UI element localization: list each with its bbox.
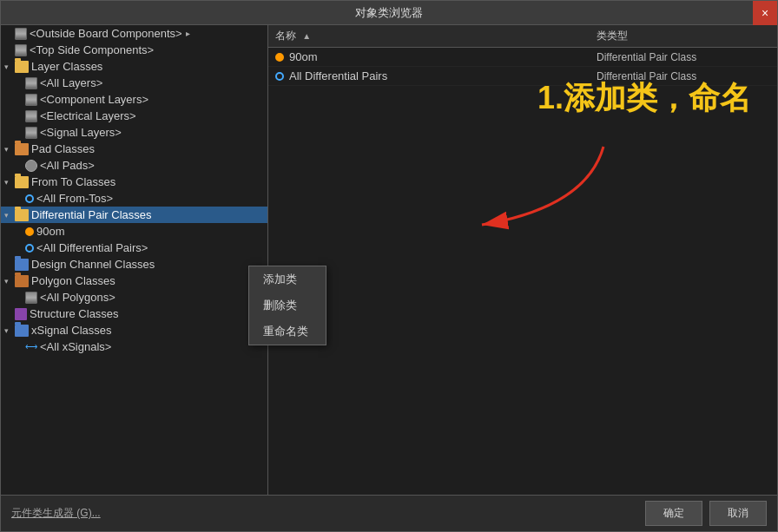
window-title: 对象类浏览器 <box>355 5 423 21</box>
expand-arrow: ▸ <box>186 29 190 38</box>
main-window: 对象类浏览器 × <Outside Board Components> ▸ <T… <box>0 0 778 532</box>
layer-icon-3 <box>25 77 37 89</box>
cancel-button[interactable]: 取消 <box>709 501 767 526</box>
tree-item-90om[interactable]: 90om <box>1 223 267 240</box>
type-cell-all-diff: Differential Pair Class <box>597 70 770 82</box>
right-rows: 90om Differential Pair Class All Differe… <box>268 48 777 495</box>
context-menu-delete[interactable]: 删除类 <box>249 292 326 319</box>
ok-button[interactable]: 确定 <box>645 501 702 526</box>
main-content: <Outside Board Components> ▸ <Top Side C… <box>1 25 777 495</box>
table-row[interactable]: 90om Differential Pair Class <box>268 48 777 67</box>
table-row[interactable]: All Differential Pairs Differential Pair… <box>268 67 777 86</box>
tree-item-top-side[interactable]: <Top Side Components> <box>1 42 267 58</box>
footer-link[interactable]: 元件类生成器 (G)... <box>11 506 101 521</box>
tree-item-all-fromtos[interactable]: <All From-Tos> <box>1 190 267 207</box>
collapse-arrow-pad: ▾ <box>4 145 13 154</box>
footer: 元件类生成器 (G)... 确定 取消 <box>1 495 777 531</box>
collapse-arrow-diff: ▾ <box>4 211 13 220</box>
dot-icon-90om <box>25 227 34 236</box>
context-menu-rename[interactable]: 重命名类 <box>249 319 326 345</box>
tree-item-all-diff-pairs[interactable]: <All Differential Pairs> <box>1 240 267 256</box>
collapse-arrow-struct: ▾ <box>4 310 13 319</box>
footer-buttons: 确定 取消 <box>645 501 767 526</box>
dot-icon-fromto <box>25 194 34 203</box>
tree-item-polygon-classes[interactable]: ▾ Polygon Classes <box>1 273 267 289</box>
tree-item-electrical-layers[interactable]: <Electrical Layers> <box>1 108 267 124</box>
collapse-arrow-poly: ▾ <box>4 277 13 286</box>
col-name-header: 名称 ▲ <box>275 29 597 43</box>
folder-icon-diff <box>15 209 29 221</box>
right-panel-header: 名称 ▲ 类类型 <box>268 25 777 48</box>
context-menu: 添加类 删除类 重命名类 <box>248 266 326 345</box>
context-menu-add[interactable]: 添加类 <box>249 266 326 292</box>
dot-icon-alldiff <box>25 244 34 253</box>
left-tree-panel: <Outside Board Components> ▸ <Top Side C… <box>1 25 268 495</box>
layer-icon-poly <box>25 292 37 304</box>
tree-item-structure-classes[interactable]: ▾ Structure Classes <box>1 305 267 322</box>
col-type-header: 类类型 <box>597 29 770 43</box>
pad-icon <box>25 160 37 172</box>
dot-icon-r1 <box>275 53 284 62</box>
dot-icon-r2 <box>275 72 284 81</box>
folder-icon-poly <box>15 275 29 287</box>
name-cell-all-diff: All Differential Pairs <box>275 69 597 82</box>
collapse-arrow: ▾ <box>4 62 13 71</box>
tree-item-all-layers[interactable]: <All Layers> <box>1 75 267 91</box>
folder-icon-xsig <box>15 325 29 337</box>
tree-item-all-xsignals[interactable]: ⟷ <All xSignals> <box>1 338 267 355</box>
collapse-arrow-fromto: ▾ <box>4 178 13 187</box>
tree-item-all-polygons[interactable]: <All Polygons> <box>1 289 267 305</box>
folder-icon-layer <box>15 61 29 73</box>
tree-item-layer-classes[interactable]: ▾ Layer Classes <box>1 58 267 75</box>
tree-item-component-layers[interactable]: <Component Layers> <box>1 91 267 108</box>
tree-item-all-pads[interactable]: <All Pads> <box>1 157 267 174</box>
close-button[interactable]: × <box>753 1 777 25</box>
tree-item-outside-board[interactable]: <Outside Board Components> ▸ <box>1 25 267 42</box>
tree-item-design-channel[interactable]: ▾ Design Channel Classes <box>1 256 267 273</box>
folder-icon-pad <box>15 143 29 155</box>
name-cell-90om: 90om <box>275 50 597 63</box>
layer-icon-5 <box>25 110 37 122</box>
collapse-arrow-xsig: ▾ <box>4 326 13 335</box>
tree-item-diff-pair-classes[interactable]: ▾ Differential Pair Classes <box>1 207 267 223</box>
layer-icon <box>15 28 27 40</box>
structure-icon <box>15 308 27 320</box>
tree-item-signal-layers[interactable]: <Signal Layers> <box>1 124 267 141</box>
tree-item-from-to-classes[interactable]: ▾ From To Classes <box>1 174 267 190</box>
titlebar: 对象类浏览器 × <box>1 1 777 25</box>
layer-icon-2 <box>15 44 27 56</box>
right-panel: 名称 ▲ 类类型 90om Differential Pair Class <box>268 25 777 495</box>
layer-icon-4 <box>25 94 37 106</box>
layer-icon-6 <box>25 127 37 139</box>
folder-icon-dc <box>15 259 29 271</box>
tree-item-pad-classes[interactable]: ▾ Pad Classes <box>1 141 267 157</box>
xsignal-icon: ⟷ <box>25 341 37 353</box>
type-cell-90om: Differential Pair Class <box>597 51 770 63</box>
folder-icon-fromto <box>15 176 29 188</box>
tree-item-xsignal-classes[interactable]: ▾ xSignal Classes <box>1 322 267 338</box>
collapse-arrow-dc: ▾ <box>4 260 13 269</box>
